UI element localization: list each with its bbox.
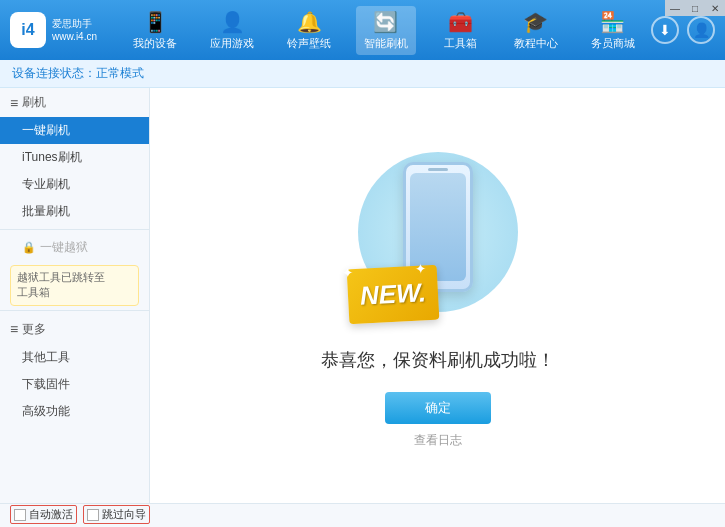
sidebar-divider-1 xyxy=(0,229,149,230)
success-message: 恭喜您，保资料刷机成功啦！ xyxy=(321,348,555,372)
nav-my-device[interactable]: 📱 我的设备 xyxy=(125,6,185,55)
more-section-icon: ≡ xyxy=(10,321,18,337)
device-bar-left: 自动激活 跳过向导 📱 iPhone 15 Pro Max 512GB iPho… xyxy=(10,505,150,527)
main-layout: ≡ 刷机 一键刷机 iTunes刷机 专业刷机 批量刷机 🔒 一键越狱 越狱工具… xyxy=(0,88,725,503)
nav-tutorial[interactable]: 🎓 教程中心 xyxy=(506,6,566,55)
sparkle-2: ✦ xyxy=(414,260,427,277)
device-bar: 自动激活 跳过向导 📱 iPhone 15 Pro Max 512GB iPho… xyxy=(0,503,725,527)
nav-tutorial-label: 教程中心 xyxy=(514,36,558,51)
logo-text: 爱思助手 www.i4.cn xyxy=(52,17,97,43)
nav-smart-flash-label: 智能刷机 xyxy=(364,36,408,51)
tutorial-icon: 🎓 xyxy=(523,10,548,34)
merchant-icon: 🏪 xyxy=(600,10,625,34)
sidebar-download-firmware[interactable]: 下载固件 xyxy=(0,371,149,398)
download-button[interactable]: ⬇ xyxy=(651,16,679,44)
nav-merchant-label: 务员商城 xyxy=(591,36,635,51)
flash-section-icon: ≡ xyxy=(10,95,18,111)
auto-activate-checkbox[interactable] xyxy=(14,509,26,521)
sidebar-divider-2 xyxy=(0,310,149,311)
window-controls: — □ ✕ xyxy=(665,0,725,16)
header-actions: ⬇ 👤 xyxy=(651,16,715,44)
nav-merchant[interactable]: 🏪 务员商城 xyxy=(583,6,643,55)
maximize-button[interactable]: □ xyxy=(685,0,705,16)
sidebar-more-header[interactable]: ≡ 更多 xyxy=(0,315,149,344)
sidebar-jailbreak-disabled: 🔒 一键越狱 xyxy=(0,234,149,261)
phone-speaker xyxy=(428,168,448,171)
new-badge: ✦ NEW. ✦ xyxy=(346,265,439,325)
breadcrumb: 设备连接状态：正常模式 xyxy=(0,60,725,88)
new-badge-text: NEW. xyxy=(359,277,426,311)
nav-smart-flash[interactable]: 🔄 智能刷机 xyxy=(356,6,416,55)
header: i4 爱思助手 www.i4.cn 📱 我的设备 👤 应用游戏 🔔 铃声壁纸 🔄 xyxy=(0,0,725,60)
nav-bar: 📱 我的设备 👤 应用游戏 🔔 铃声壁纸 🔄 智能刷机 🧰 工具箱 🎓 xyxy=(117,6,651,55)
sidebar-pro-flash[interactable]: 专业刷机 xyxy=(0,171,149,198)
user-button[interactable]: 👤 xyxy=(687,16,715,44)
logo-icon: i4 xyxy=(10,12,46,48)
nav-toolbox-label: 工具箱 xyxy=(444,36,477,51)
sidebar-onekey-flash[interactable]: 一键刷机 xyxy=(0,117,149,144)
auto-activate-option[interactable]: 自动激活 xyxy=(10,505,77,524)
view-log-link[interactable]: 查看日志 xyxy=(414,432,462,449)
sidebar-other-tools[interactable]: 其他工具 xyxy=(0,344,149,371)
nav-app-games-label: 应用游戏 xyxy=(210,36,254,51)
minimize-button[interactable]: — xyxy=(665,0,685,16)
close-button[interactable]: ✕ xyxy=(705,0,725,16)
app-games-icon: 👤 xyxy=(220,10,245,34)
time-guide-option[interactable]: 跳过向导 xyxy=(83,505,150,524)
sidebar: ≡ 刷机 一键刷机 iTunes刷机 专业刷机 批量刷机 🔒 一键越狱 越狱工具… xyxy=(0,88,150,503)
sidebar-batch-flash[interactable]: 批量刷机 xyxy=(0,198,149,225)
smart-flash-icon: 🔄 xyxy=(373,10,398,34)
sidebar-flash-header[interactable]: ≡ 刷机 xyxy=(0,88,149,117)
phone-illustration: ✦ NEW. ✦ xyxy=(348,142,528,332)
sidebar-itunes-flash[interactable]: iTunes刷机 xyxy=(0,144,149,171)
sidebar-advanced[interactable]: 高级功能 xyxy=(0,398,149,425)
auto-options: 自动激活 跳过向导 xyxy=(10,505,150,524)
confirm-button[interactable]: 确定 xyxy=(385,392,491,424)
logo: i4 爱思助手 www.i4.cn xyxy=(10,12,97,48)
ringtones-icon: 🔔 xyxy=(297,10,322,34)
nav-my-device-label: 我的设备 xyxy=(133,36,177,51)
nav-toolbox[interactable]: 🧰 工具箱 xyxy=(433,6,489,55)
nav-ringtones[interactable]: 🔔 铃声壁纸 xyxy=(279,6,339,55)
time-guide-checkbox[interactable] xyxy=(87,509,99,521)
sidebar-notice: 越狱工具已跳转至 工具箱 xyxy=(10,265,139,306)
nav-app-games[interactable]: 👤 应用游戏 xyxy=(202,6,262,55)
my-device-icon: 📱 xyxy=(143,10,168,34)
sparkle-1: ✦ xyxy=(341,264,354,281)
content-area: ✦ NEW. ✦ 恭喜您，保资料刷机成功啦！ 确定 查看日志 xyxy=(150,88,725,503)
toolbox-icon: 🧰 xyxy=(448,10,473,34)
nav-ringtones-label: 铃声壁纸 xyxy=(287,36,331,51)
